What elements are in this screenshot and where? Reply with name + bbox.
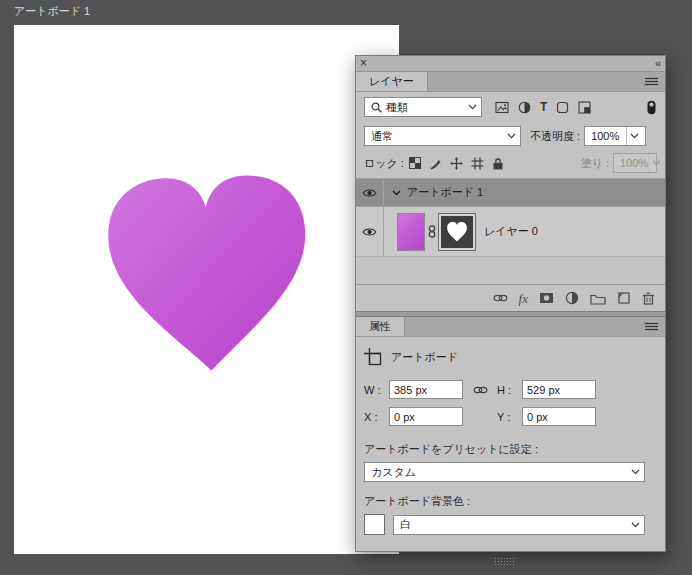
background-color-row: 白 bbox=[364, 514, 645, 535]
background-color-value: 白 bbox=[400, 517, 411, 532]
fill-value: 100% bbox=[620, 157, 648, 169]
heart-shape-layer bbox=[96, 167, 320, 375]
x-label: X : bbox=[364, 411, 389, 423]
panel-header: × « bbox=[356, 56, 665, 72]
new-group-icon[interactable] bbox=[590, 292, 606, 305]
adjustment-layer-filter-icon[interactable] bbox=[518, 101, 531, 114]
opacity-select[interactable]: 100% bbox=[584, 126, 646, 146]
layer-filtering-toggle-icon[interactable] bbox=[646, 100, 657, 115]
opacity-value: 100% bbox=[591, 130, 619, 142]
eye-icon bbox=[362, 188, 377, 198]
properties-tabbar: 属性 bbox=[356, 317, 665, 337]
properties-body: アートボード W : H : X : Y : bbox=[356, 346, 665, 565]
layers-tabbar: レイヤー bbox=[356, 72, 665, 92]
preset-label: アートボードをプリセットに設定 : bbox=[364, 442, 645, 457]
shape-layer-filter-icon[interactable] bbox=[556, 101, 569, 114]
type-layer-filter-icon[interactable]: T bbox=[540, 101, 547, 113]
mask-thumbnail[interactable] bbox=[439, 214, 475, 250]
lock-row: ロック : bbox=[356, 150, 665, 176]
layer-filter-row: 種類 T bbox=[356, 92, 665, 122]
panel-resize-grip[interactable] bbox=[494, 557, 515, 565]
layers-list: アートボード 1 bbox=[356, 178, 665, 284]
layer-name[interactable]: レイヤー 0 bbox=[484, 224, 538, 239]
artboard-icon bbox=[364, 348, 382, 366]
layer-row-layer0[interactable]: レイヤー 0 bbox=[356, 207, 665, 257]
lock-artboard-nesting-icon[interactable] bbox=[471, 157, 484, 170]
visibility-toggle[interactable] bbox=[356, 207, 384, 256]
panel-close-button[interactable]: × bbox=[360, 56, 367, 70]
artboard-title-label[interactable]: アートボード 1 bbox=[14, 4, 90, 19]
chevron-down-icon bbox=[648, 154, 663, 172]
height-input[interactable] bbox=[522, 380, 596, 399]
x-input[interactable] bbox=[389, 407, 463, 426]
heart-graphic bbox=[96, 167, 320, 375]
background-color-label: アートボード背景色 : bbox=[364, 494, 645, 509]
link-layers-icon[interactable] bbox=[493, 291, 508, 305]
blend-mode-select[interactable]: 通常 bbox=[364, 126, 521, 146]
y-input[interactable] bbox=[522, 407, 596, 426]
preset-value: カスタム bbox=[371, 465, 416, 480]
panel-collapse-button[interactable]: « bbox=[655, 56, 660, 70]
layer-row-artboard[interactable]: アートボード 1 bbox=[356, 179, 665, 207]
layers-footer-toolbar: fx bbox=[356, 284, 665, 311]
layer-style-fx-icon[interactable]: fx bbox=[519, 292, 528, 305]
tab-layers[interactable]: レイヤー bbox=[356, 72, 428, 91]
mask-link-icon[interactable] bbox=[428, 225, 436, 238]
lock-icons bbox=[409, 157, 504, 170]
expand-chevron-icon[interactable] bbox=[392, 190, 401, 196]
object-type-label: アートボード bbox=[391, 350, 458, 365]
lock-label: ロック : bbox=[364, 156, 404, 171]
lock-all-icon[interactable] bbox=[492, 157, 504, 170]
layer-name[interactable]: アートボード 1 bbox=[407, 185, 483, 200]
blend-mode-row: 通常 不透明度 : 100% bbox=[356, 122, 665, 150]
visibility-toggle[interactable] bbox=[356, 179, 384, 206]
object-type-row: アートボード bbox=[364, 346, 645, 368]
smart-object-filter-icon[interactable] bbox=[578, 101, 591, 114]
photoshop-workspace: アートボード 1 × « レイヤー bbox=[0, 0, 692, 575]
preset-select[interactable]: カスタム bbox=[364, 462, 645, 482]
lock-pixels-icon[interactable] bbox=[429, 157, 442, 170]
filter-kind-value: 種類 bbox=[386, 100, 408, 115]
width-input[interactable] bbox=[389, 380, 463, 399]
fill-label: 塗り : bbox=[581, 156, 609, 171]
layers-properties-panel: × « レイヤー 種類 bbox=[355, 55, 666, 552]
eye-icon bbox=[362, 227, 377, 237]
chevron-down-icon bbox=[626, 127, 641, 145]
wh-row: W : H : bbox=[364, 380, 645, 399]
layer-thumbnail[interactable] bbox=[397, 213, 425, 251]
filter-type-icons: T bbox=[495, 101, 591, 114]
xy-row: X : Y : bbox=[364, 407, 645, 426]
width-label: W : bbox=[364, 384, 389, 396]
pixel-layer-filter-icon[interactable] bbox=[495, 101, 509, 114]
new-layer-icon[interactable] bbox=[617, 291, 631, 305]
layers-panel-menu-icon[interactable] bbox=[638, 72, 665, 91]
tab-properties[interactable]: 属性 bbox=[356, 317, 405, 336]
artboard-canvas[interactable] bbox=[14, 25, 399, 554]
opacity-label: 不透明度 : bbox=[530, 129, 580, 144]
filter-kind-select[interactable]: 種類 bbox=[364, 97, 482, 117]
background-color-select[interactable]: 白 bbox=[393, 515, 645, 535]
chevron-down-icon bbox=[627, 522, 640, 528]
y-label: Y : bbox=[497, 411, 522, 423]
lock-position-icon[interactable] bbox=[450, 157, 463, 170]
chevron-down-icon bbox=[464, 104, 477, 110]
delete-layer-icon[interactable] bbox=[642, 291, 655, 305]
lock-transparency-icon[interactable] bbox=[409, 157, 421, 169]
add-layer-mask-icon[interactable] bbox=[539, 291, 554, 305]
background-color-swatch[interactable] bbox=[364, 514, 385, 535]
blend-mode-value: 通常 bbox=[371, 129, 393, 144]
properties-panel-menu-icon[interactable] bbox=[638, 317, 665, 336]
height-label: H : bbox=[497, 384, 522, 396]
fill-select: 100% bbox=[613, 153, 657, 173]
layers-list-empty-area[interactable] bbox=[356, 257, 665, 284]
dimension-link-icon[interactable] bbox=[463, 385, 497, 395]
chevron-down-icon bbox=[627, 469, 640, 475]
chevron-down-icon bbox=[503, 133, 516, 139]
search-icon bbox=[371, 102, 382, 113]
new-adjustment-layer-icon[interactable] bbox=[565, 291, 579, 305]
